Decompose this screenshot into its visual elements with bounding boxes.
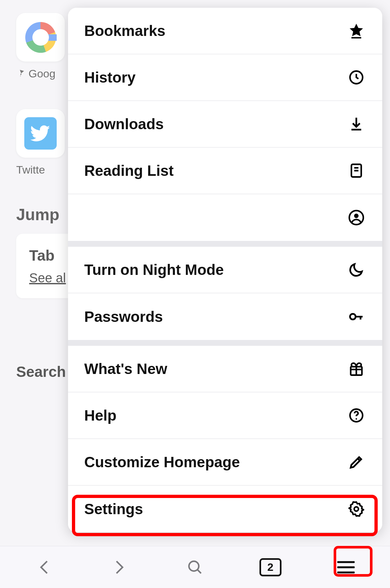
menu-item-reading-list[interactable]: Reading List — [68, 148, 382, 194]
menu-button[interactable] — [327, 553, 365, 582]
svg-point-7 — [356, 418, 357, 420]
bookmarks-label: Bookmarks — [84, 22, 166, 40]
svg-point-9 — [189, 561, 199, 571]
key-icon — [347, 307, 366, 326]
bottom-toolbar: 2 — [0, 546, 390, 588]
download-icon — [347, 114, 366, 134]
bookmark-star-icon — [347, 21, 366, 40]
clock-icon — [347, 68, 366, 87]
menu-item-night-mode[interactable]: Turn on Night Mode — [68, 247, 382, 293]
hamburger-icon — [337, 561, 355, 573]
moon-icon — [347, 260, 366, 279]
help-label: Help — [84, 407, 117, 424]
menu-group-2: Turn on Night Mode Passwords — [68, 241, 382, 340]
gift-icon — [347, 359, 366, 379]
pencil-icon — [347, 452, 366, 472]
whats-new-label: What's New — [84, 360, 167, 378]
menu-item-whats-new[interactable]: What's New — [68, 346, 382, 392]
help-circle-icon — [347, 406, 366, 425]
history-label: History — [84, 69, 135, 86]
settings-label: Settings — [84, 500, 143, 518]
account-circle-icon — [347, 208, 366, 227]
back-button[interactable] — [25, 553, 63, 582]
svg-point-3 — [354, 214, 359, 218]
night-mode-label: Turn on Night Mode — [84, 261, 224, 278]
menu-item-passwords[interactable]: Passwords — [68, 293, 382, 340]
forward-button[interactable] — [100, 553, 139, 582]
downloads-label: Downloads — [84, 115, 164, 133]
tabs-button[interactable]: 2 — [251, 553, 290, 582]
search-button[interactable] — [176, 553, 214, 582]
reading-list-label: Reading List — [84, 162, 174, 179]
reading-list-icon — [347, 161, 366, 180]
gear-icon — [347, 499, 366, 519]
menu-item-history[interactable]: History — [68, 54, 382, 101]
menu-item-customize-homepage[interactable]: Customize Homepage — [68, 439, 382, 486]
menu-item-help[interactable]: Help — [68, 392, 382, 439]
customize-label: Customize Homepage — [84, 453, 240, 471]
svg-point-8 — [354, 507, 359, 511]
svg-point-4 — [350, 314, 356, 319]
menu-item-settings[interactable]: Settings — [68, 486, 382, 532]
passwords-label: Passwords — [84, 308, 163, 325]
menu-item-downloads[interactable]: Downloads — [68, 101, 382, 148]
main-menu-panel: Bookmarks History Downloads Reading List — [68, 8, 382, 532]
menu-item-account[interactable] — [68, 194, 382, 241]
tab-count-text: 2 — [267, 561, 273, 573]
menu-item-bookmarks[interactable]: Bookmarks — [68, 8, 382, 54]
menu-group-3: What's New Help Customize Homepage Setti… — [68, 340, 382, 532]
tab-count-box: 2 — [259, 558, 281, 576]
menu-group-1: Bookmarks History Downloads Reading List — [68, 8, 382, 241]
